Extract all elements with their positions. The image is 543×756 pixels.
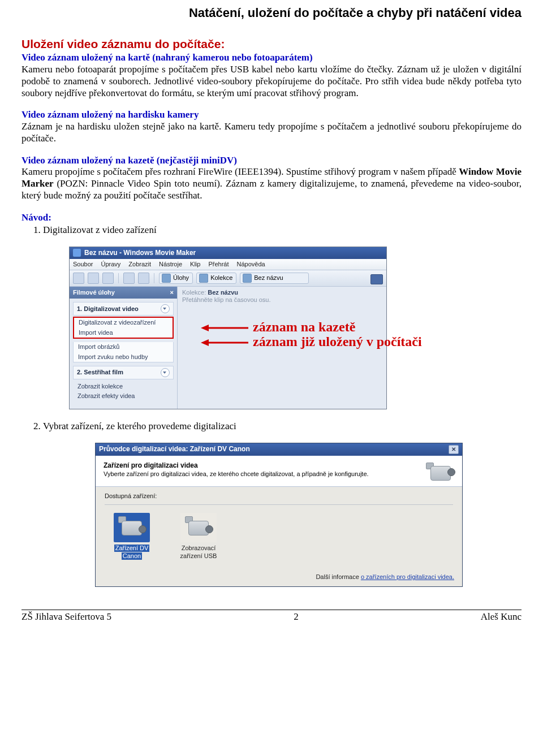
menu-klip[interactable]: Klip [190, 261, 200, 268]
wizard-foot-prefix: Další informace [316, 573, 360, 580]
device-usb-label1: Zobrazovací [182, 545, 216, 551]
wmm-toolbar: Úlohy Kolekce Bez názvu [70, 270, 386, 287]
available-devices-label: Dostupná zařízení: [105, 493, 453, 500]
wmm-menubar[interactable]: Soubor Úpravy Zobrazit Nástroje Klip Pře… [70, 259, 386, 270]
sidebar-title-text: Filmové úlohy [73, 289, 115, 296]
para-card: Video záznam uložený na kartě (nahraný k… [21, 52, 522, 99]
undo-icon[interactable] [123, 273, 135, 284]
annotation-stored-text: záznam již uložený v počítači [253, 334, 422, 349]
annotation-tape-text: záznam na kazetě [253, 319, 355, 334]
digitize-options-boxed: Digitalizovat z videozařízení Import vid… [73, 317, 174, 339]
opt-capture-device[interactable]: Digitalizovat z videozařízení [74, 318, 173, 327]
collection-combo-label: Bez názvu [254, 274, 283, 282]
annotation-stored: záznam již uložený v počítači [201, 334, 422, 350]
wmm-titlebar: Bez názvu - Windows Movie Maker [70, 247, 386, 259]
collections-button[interactable]: Kolekce [196, 273, 236, 284]
collection-combo[interactable]: Bez názvu [240, 273, 309, 284]
open-icon[interactable] [88, 273, 99, 284]
folder-icon [243, 274, 252, 283]
digitize-options-rest: Import obrázků Import zvuku nebo hudby [73, 342, 174, 362]
camcorder-icon [180, 513, 217, 542]
subhead-hdd: Video záznam uložený na hardisku kamery [21, 109, 199, 120]
text-hdd: Záznam je na hardisku uložen stejně jako… [21, 121, 522, 144]
opt-import-images[interactable]: Import obrázků [74, 342, 173, 352]
kolekce-label: Kolekce: [182, 289, 206, 296]
wizard-foot-link[interactable]: o zařízeních pro digitalizaci videa. [361, 573, 454, 580]
subhead-tape: Video záznam uložený na kazetě (nejčastě… [21, 155, 237, 166]
device-dv-label2: Canon [122, 552, 142, 560]
tasks-label: Úlohy [173, 274, 189, 282]
text-tape-a: Kameru propojíme s počítačem přes rozhra… [21, 166, 459, 177]
wizard-body: Dostupná zařízení: Zařízení DV Canon Zob… [96, 487, 462, 570]
arrow-icon [201, 322, 249, 334]
device-dv-canon[interactable]: Zařízení DV Canon [105, 513, 159, 560]
collections-icon [199, 274, 208, 283]
section-digitize-label: 1. Digitalizovat video [77, 305, 139, 313]
subhead-card: Video záznam uložený na kartě (nahraný k… [21, 52, 313, 63]
menu-napoveda[interactable]: Nápověda [236, 261, 265, 268]
section-edit[interactable]: 2. Sestříhat film [73, 366, 174, 379]
toolbar-separator [154, 273, 154, 283]
arrow-icon [201, 337, 249, 348]
wmm-title-text: Bez názvu - Windows Movie Maker [84, 249, 196, 257]
menu-upravy[interactable]: Úpravy [101, 261, 120, 268]
wizard-head-sub: Vyberte zařízení pro digitalizaci videa,… [104, 470, 454, 478]
wizard-titlebar: Průvodce digitalizací videa: Zařízení DV… [96, 443, 462, 456]
wizard-head-bold: Zařízení pro digitalizaci videa [104, 461, 454, 470]
menu-prehrat[interactable]: Přehrát [208, 261, 229, 268]
page-header-title: Natáčení, uložení do počítače a chyby př… [21, 6, 522, 21]
navod-item-1: Digitalizovat z video zařízení [43, 224, 522, 236]
para-hdd: Video záznam uložený na hardisku kamery … [21, 109, 522, 144]
toolbar-separator [118, 273, 119, 283]
monitor-icon[interactable] [370, 274, 383, 284]
chevron-up-icon [161, 304, 170, 313]
redo-icon[interactable] [138, 273, 149, 284]
wizard-title-text: Průvodce digitalizací videa: Zařízení DV… [99, 445, 250, 453]
tasks-icon [162, 274, 171, 283]
collections-label: Kolekce [210, 274, 232, 282]
footer-left: ZŠ Jihlava Seifertova 5 [21, 611, 111, 623]
section-digitize[interactable]: 1. Digitalizovat video [73, 302, 174, 316]
device-dv-label1: Zařízení DV [114, 545, 150, 552]
device-usb-label2: zařízení USB [180, 552, 217, 559]
sidebar-title: Filmové úlohy × [70, 287, 177, 299]
opt-show-effects[interactable]: Zobrazit efekty videa [73, 391, 174, 401]
wmm-window: Bez názvu - Windows Movie Maker Soubor Ú… [69, 247, 387, 409]
divider [105, 504, 453, 505]
menu-nastroje[interactable]: Nástroje [159, 261, 182, 268]
camcorder-icon [425, 461, 454, 484]
heading-save-to-pc: Uložení video záznamu do počítače: [21, 37, 522, 51]
annotation-tape: záznam na kazetě [201, 319, 355, 335]
opt-show-collections[interactable]: Zobrazit kolekce [73, 382, 174, 391]
capture-wizard: Průvodce digitalizací videa: Zařízení DV… [95, 443, 463, 587]
chevron-up-icon [161, 368, 170, 377]
page-footer: ZŠ Jihlava Seifertova 5 2 Aleš Kunc [21, 610, 522, 623]
device-usb[interactable]: Zobrazovací zařízení USB [171, 513, 226, 560]
footer-page: 2 [294, 611, 299, 623]
footer-right: Aleš Kunc [481, 611, 522, 623]
wizard-footer: Další informace o zařízeních pro digital… [96, 570, 462, 586]
opt-import-audio[interactable]: Import zvuku nebo hudby [74, 352, 173, 362]
camcorder-icon [114, 513, 150, 542]
wmm-sidebar: Filmové úlohy × 1. Digitalizovat video D… [70, 287, 178, 409]
close-icon[interactable]: × [170, 289, 174, 296]
para-tape: Video záznam uložený na kazetě (nejčastě… [21, 155, 522, 202]
navod-label: Návod: [21, 212, 51, 223]
tasks-button[interactable]: Úlohy [159, 273, 193, 284]
opt-import-video[interactable]: Import videa [74, 328, 173, 338]
section-edit-label: 2. Sestříhat film [77, 369, 123, 376]
wizard-header: Zařízení pro digitalizaci videa Vyberte … [96, 456, 462, 487]
new-icon[interactable] [73, 273, 84, 284]
svg-marker-3 [201, 339, 209, 346]
kolekce-hint: Přetáhněte klip na časovou osu. [182, 296, 382, 304]
close-icon[interactable]: ✕ [449, 445, 459, 454]
svg-marker-1 [201, 325, 209, 331]
menu-soubor[interactable]: Soubor [73, 261, 93, 268]
text-tape-b: (POZN: Pinnacle Video Spin toto neumí). … [21, 178, 522, 201]
navod-item-2: Vybrat zařízení, ze kterého provedeme di… [43, 421, 522, 433]
kolekce-name: Bez názvu [208, 289, 238, 296]
text-card: Kameru nebo fotoaparát propojíme s počít… [21, 64, 522, 98]
wmm-app-icon [73, 249, 81, 257]
save-icon[interactable] [102, 273, 114, 284]
menu-zobrazit[interactable]: Zobrazit [128, 261, 151, 268]
